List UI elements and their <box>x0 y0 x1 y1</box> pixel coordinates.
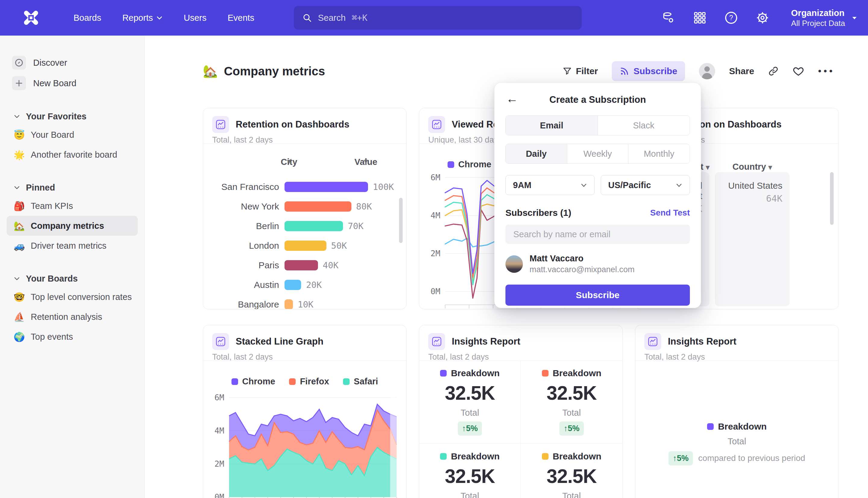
page-title: 🏡 Company metrics <box>203 64 325 78</box>
metric-breakdown: Breakdown 32.5K Total ↑5% <box>419 443 521 498</box>
tab-email[interactable]: Email <box>506 116 598 135</box>
board-emoji: 🎒 <box>13 201 25 211</box>
card-title: Insights Report <box>452 336 520 347</box>
org-project: All Project Data <box>791 19 845 28</box>
data-management-icon[interactable] <box>662 11 676 25</box>
subscriber-name: Matt Vaccaro <box>530 253 635 263</box>
chevron-down-icon <box>676 183 682 187</box>
card-title: Retention on Dashboards <box>236 119 349 130</box>
table-row[interactable]: Berlin70K <box>203 216 406 236</box>
bar-austin <box>284 280 301 290</box>
channel-tabs: Email Slack <box>505 116 690 135</box>
sidebar-item-another-favorite-board[interactable]: 🌟 Another favorite board <box>6 145 138 165</box>
mixpanel-logo-icon[interactable] <box>22 9 40 27</box>
sidebar-item-team-kpis[interactable]: 🎒 Team KPIs <box>6 196 138 216</box>
subscriber-email: matt.vaccaro@mixpanel.com <box>530 265 635 274</box>
legend-item[interactable]: Firefox <box>289 377 329 386</box>
legend-item[interactable]: Chrome <box>231 377 276 386</box>
nav-reports[interactable]: Reports <box>122 13 163 23</box>
report-chart-icon <box>644 333 661 350</box>
bar-san-francisco <box>284 182 368 192</box>
sidebar-item-company-metrics[interactable]: 🏡 Company metrics <box>6 216 138 236</box>
send-test-link[interactable]: Send Test <box>650 208 690 218</box>
metric-breakdown: Breakdown 32.5K Total ↑5% <box>521 361 622 443</box>
sidebar-item-top-level-conversion-rates[interactable]: 🤓 Top level conversion rates <box>6 287 138 307</box>
tab-daily[interactable]: Daily <box>506 144 567 163</box>
settings-gear-icon[interactable] <box>756 11 770 25</box>
create-subscription-modal: ← Create a Subscription Email Slack Dail… <box>494 82 701 308</box>
favorite-heart-icon[interactable] <box>793 65 804 77</box>
copy-link-icon[interactable] <box>768 66 779 77</box>
tab-slack[interactable]: Slack <box>598 116 690 135</box>
sidebar-item-retention-analysis[interactable]: ⛵ Retention analysis <box>6 307 138 327</box>
sidebar-item-driver-team-metrics[interactable]: 🚙 Driver team metrics <box>6 236 138 255</box>
tab-weekly[interactable]: Weekly <box>567 144 628 163</box>
section-your-favorites[interactable]: Your Favorites <box>0 108 144 125</box>
compass-icon <box>12 56 26 70</box>
card-insights-report-single: Insights Report Total, last 2 days Break… <box>635 325 839 498</box>
top-nav: Boards Reports Users Events Search ⌘+K <box>0 0 868 36</box>
help-icon[interactable]: ? <box>724 11 738 25</box>
org-switcher[interactable]: Organization All Project Data <box>791 8 858 28</box>
sidebar: Discover New Board Your Favorites 😇 Your… <box>0 36 145 498</box>
column-header-country[interactable]: Country ▾ <box>715 162 790 172</box>
svg-text:4M: 4M <box>214 426 224 435</box>
section-your-boards[interactable]: Your Boards <box>0 270 144 287</box>
report-chart-icon <box>212 333 229 350</box>
sidebar-item-new-board[interactable]: New Board <box>0 73 144 93</box>
table-row[interactable]: Paris40K <box>203 255 406 275</box>
svg-text:0M: 0M <box>430 287 440 296</box>
delta-badge: ↑5% <box>559 421 584 436</box>
nav-boards[interactable]: Boards <box>74 13 101 23</box>
section-pinned[interactable]: Pinned <box>0 179 144 196</box>
bar-new-york <box>284 201 351 212</box>
nav-users[interactable]: Users <box>184 13 206 23</box>
org-name: Organization <box>791 8 845 18</box>
metric-breakdown: Breakdown 32.5K Total ↑5% <box>521 443 622 498</box>
card-title: Stacked Line Graph <box>236 336 323 347</box>
chevron-down-icon <box>851 15 858 20</box>
subscriber-row[interactable]: Matt Vaccaro matt.vaccaro@mixpanel.com <box>505 253 690 274</box>
apps-grid-icon[interactable] <box>693 11 707 25</box>
user-avatar[interactable] <box>699 63 715 79</box>
table-row[interactable]: Bangalore10K <box>203 294 406 309</box>
chart-legend: Chrome Firefox Safari <box>203 377 406 386</box>
share-button[interactable]: Share <box>729 66 754 76</box>
board-emoji: 😇 <box>13 130 25 140</box>
more-options-button[interactable]: ••• <box>818 66 835 76</box>
search-shortcut: ⌘+K <box>352 13 368 23</box>
filter-button[interactable]: Filter <box>563 66 598 76</box>
search-icon <box>302 13 312 23</box>
country-cell[interactable]: United States 64K <box>715 172 790 306</box>
back-arrow-icon[interactable]: ← <box>506 93 518 105</box>
subscribe-button[interactable]: Subscribe <box>612 61 685 81</box>
nav-events[interactable]: Events <box>228 13 254 23</box>
metric-value: 32.5K <box>445 382 495 404</box>
table-row[interactable]: Austin20K <box>203 275 406 294</box>
legend-item[interactable]: Safari <box>343 377 378 386</box>
table-row[interactable]: New York80K <box>203 197 406 216</box>
metric-breakdown: Breakdown 32.5K Total ↑5% <box>419 361 521 443</box>
metric-value: 32.5K <box>547 465 597 487</box>
report-chart-icon <box>428 333 445 350</box>
scrollbar-thumb[interactable] <box>830 172 833 225</box>
scrollbar-thumb[interactable] <box>399 198 403 243</box>
subscriber-search-input[interactable] <box>505 225 690 244</box>
chevron-down-icon <box>14 276 20 281</box>
legend-item[interactable]: Chrome <box>448 159 492 169</box>
svg-text:0M: 0M <box>214 492 224 498</box>
search-input[interactable]: Search ⌘+K <box>294 6 582 29</box>
table-row[interactable]: London50K <box>203 236 406 255</box>
board-emoji: 🌟 <box>13 149 25 160</box>
subscribe-submit-button[interactable]: Subscribe <box>505 285 690 306</box>
table-row[interactable]: San Francisco100K <box>203 177 406 197</box>
time-select[interactable]: 9AM <box>505 175 595 195</box>
bar-table: San Francisco100K New York80K Berlin70K … <box>203 177 406 309</box>
tab-monthly[interactable]: Monthly <box>628 144 690 163</box>
sidebar-item-top-events[interactable]: 🌍 Top events <box>6 327 138 347</box>
board-emoji: 🌍 <box>13 331 25 342</box>
timezone-select[interactable]: US/Pacific <box>601 175 690 195</box>
sidebar-item-your-board[interactable]: 😇 Your Board <box>6 125 138 145</box>
sidebar-item-discover[interactable]: Discover <box>0 52 144 73</box>
card-stacked-line-graph: Stacked Line Graph Total, last 2 days Ch… <box>203 325 406 498</box>
